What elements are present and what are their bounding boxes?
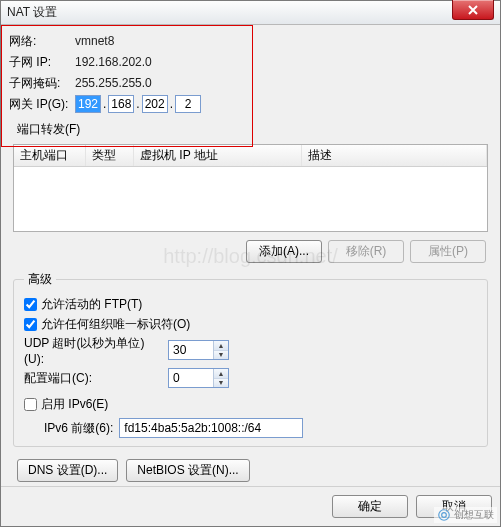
gateway-octet-1[interactable] <box>75 95 101 113</box>
advanced-legend: 高级 <box>24 271 56 288</box>
allow-oui-label[interactable]: 允许任何组织唯一标识符(O) <box>41 316 190 333</box>
network-value: vmnet8 <box>75 34 114 48</box>
brand-text: 创想互联 <box>454 508 494 522</box>
config-port-input[interactable] <box>169 369 213 387</box>
col-vm-ip[interactable]: 虚拟机 IP 地址 <box>134 145 302 166</box>
table-body[interactable] <box>14 167 487 231</box>
subnet-mask-value: 255.255.255.0 <box>75 76 152 90</box>
udp-timeout-input[interactable] <box>169 341 213 359</box>
enable-ipv6-label[interactable]: 启用 IPv6(E) <box>41 396 108 413</box>
gateway-octet-3[interactable] <box>142 95 168 113</box>
subnet-mask-label: 子网掩码: <box>9 75 75 92</box>
col-type[interactable]: 类型 <box>86 145 134 166</box>
brand-icon <box>437 508 451 522</box>
nat-settings-window: NAT 设置 http://blog.csdn.net/ 网络: vmnet8 … <box>0 0 501 527</box>
config-port-up[interactable]: ▲ <box>214 369 228 379</box>
udp-timeout-down[interactable]: ▼ <box>214 351 228 360</box>
udp-timeout-up[interactable]: ▲ <box>214 341 228 351</box>
gateway-octet-4[interactable] <box>175 95 201 113</box>
advanced-group: 高级 允许活动的 FTP(T) 允许任何组织唯一标识符(O) UDP 超时(以秒… <box>13 271 488 447</box>
col-desc[interactable]: 描述 <box>302 145 487 166</box>
ipv6-prefix-input[interactable] <box>119 418 303 438</box>
col-host-port[interactable]: 主机端口 <box>14 145 86 166</box>
network-info: 网络: vmnet8 子网 IP: 192.168.202.0 子网掩码: 25… <box>9 31 492 115</box>
properties-button: 属性(P) <box>410 240 486 263</box>
allow-oui-checkbox[interactable] <box>24 318 37 331</box>
config-port-label: 配置端口(C): <box>24 370 164 387</box>
enable-ipv6-checkbox[interactable] <box>24 398 37 411</box>
gateway-octet-2[interactable] <box>108 95 134 113</box>
close-button[interactable] <box>452 0 494 20</box>
port-forward-label: 端口转发(F) <box>17 121 492 138</box>
table-header: 主机端口 类型 虚拟机 IP 地址 描述 <box>14 145 487 167</box>
udp-timeout-spinner[interactable]: ▲ ▼ <box>168 340 229 360</box>
brand-badge: 创想互联 <box>434 507 497 523</box>
udp-timeout-label: UDP 超时(以秒为单位)(U): <box>24 335 164 366</box>
ipv6-prefix-label: IPv6 前缀(6): <box>44 420 113 437</box>
subnet-ip-value: 192.168.202.0 <box>75 55 152 69</box>
network-label: 网络: <box>9 33 75 50</box>
config-port-spinner[interactable]: ▲ ▼ <box>168 368 229 388</box>
titlebar: NAT 设置 <box>1 1 500 25</box>
port-forward-table[interactable]: 主机端口 类型 虚拟机 IP 地址 描述 <box>13 144 488 232</box>
dns-settings-button[interactable]: DNS 设置(D)... <box>17 459 118 482</box>
svg-point-0 <box>439 510 450 521</box>
allow-active-ftp-checkbox[interactable] <box>24 298 37 311</box>
svg-point-1 <box>442 513 447 518</box>
remove-button: 移除(R) <box>328 240 404 263</box>
allow-active-ftp-label[interactable]: 允许活动的 FTP(T) <box>41 296 142 313</box>
ok-button[interactable]: 确定 <box>332 495 408 518</box>
window-title: NAT 设置 <box>7 4 57 21</box>
subnet-ip-label: 子网 IP: <box>9 54 75 71</box>
gateway-label: 网关 IP(G): <box>9 96 75 113</box>
dialog-footer: 确定 取消 <box>1 486 500 526</box>
config-port-down[interactable]: ▼ <box>214 379 228 388</box>
gateway-ip-field[interactable]: . . . <box>75 95 201 113</box>
close-icon <box>468 5 478 15</box>
add-button[interactable]: 添加(A)... <box>246 240 322 263</box>
netbios-settings-button[interactable]: NetBIOS 设置(N)... <box>126 459 249 482</box>
